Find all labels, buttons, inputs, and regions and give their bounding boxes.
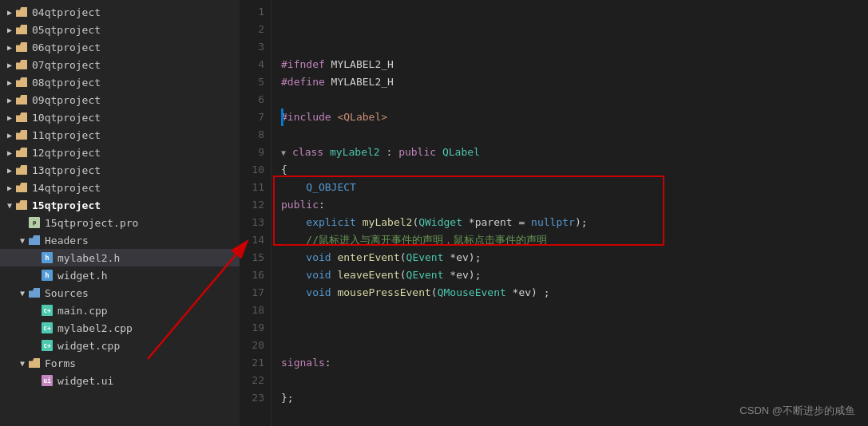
tree-item-10qtproject[interactable]: ▶10qtproject <box>0 108 240 126</box>
token: { <box>281 164 287 176</box>
token: leaveEvent <box>337 269 399 281</box>
tree-item-13qtproject[interactable]: ▶13qtproject <box>0 161 240 179</box>
line-number-6: 6 <box>240 91 264 108</box>
token: void <box>306 251 331 263</box>
token: QMouseEvent <box>438 286 506 298</box>
token: myLabel2 <box>363 216 413 228</box>
token: : <box>325 357 331 369</box>
tree-item-forms[interactable]: ▼Forms <box>0 354 240 372</box>
code-content: #ifndef MYLABEL2_H#define MYLABEL2_H #in… <box>271 0 868 426</box>
code-line-13: void leaveEvent(QEvent *ev); <box>281 266 868 284</box>
token: #define <box>281 76 325 88</box>
tree-item-sources[interactable]: ▼Sources <box>0 284 240 302</box>
tree-item-04qtproject[interactable]: ▶04qtproject <box>0 3 240 21</box>
line-number-5: 5 <box>240 73 264 91</box>
arrow-icon: ▼ <box>16 359 29 368</box>
code-line-1: #ifndef MYLABEL2_H <box>281 56 868 73</box>
arrow-icon: ▼ <box>3 201 16 210</box>
line-number-22: 22 <box>240 372 264 389</box>
arrow-icon: ▼ <box>16 236 29 245</box>
project-icon <box>16 128 29 141</box>
tree-item-14qtproject[interactable]: ▶14qtproject <box>0 179 240 196</box>
file-tree[interactable]: ▶04qtproject▶05qtproject▶06qtproject▶07q… <box>0 0 240 426</box>
line-numbers: 1234567891011121314151617181920212223 <box>240 0 271 426</box>
left-bar-indicator <box>281 108 283 126</box>
code-line-4: #include <QLabel> <box>281 108 868 126</box>
code-line-11: //鼠标进入与离开事件的声明，鼠标点击事件的声明 <box>281 231 868 249</box>
line-number-1: 1 <box>240 3 264 21</box>
line-number-10: 10 <box>240 161 264 179</box>
tree-item-15qtproject-pro[interactable]: p15qtproject.pro <box>0 214 240 231</box>
line-number-19: 19 <box>240 319 264 337</box>
code-line-9: public: <box>281 196 868 214</box>
project-icon <box>16 93 29 106</box>
tree-item-11qtproject[interactable]: ▶11qtproject <box>0 126 240 144</box>
line-number-23: 23 <box>240 389 264 407</box>
token <box>323 146 330 158</box>
pro-file-icon: p <box>29 216 42 229</box>
item-label: 04qtproject <box>32 6 101 18</box>
h-file-icon: h <box>42 251 54 264</box>
folder-icon <box>29 234 42 247</box>
line-number-11: 11 <box>240 179 264 196</box>
code-line-2: #define MYLABEL2_H <box>281 73 868 91</box>
token: signals <box>281 357 325 369</box>
token: myLabel2 <box>330 146 380 158</box>
code-line-6: ▼ class myLabel2 : public QLabel <box>281 144 868 161</box>
line-number-18: 18 <box>240 302 264 319</box>
arrow-icon: ▶ <box>3 113 16 122</box>
tree-item-08qtproject[interactable]: ▶08qtproject <box>0 73 240 91</box>
code-line-8: Q_OBJECT <box>281 179 868 196</box>
item-label: main.cpp <box>57 305 108 317</box>
arrow-icon: ▶ <box>3 96 16 105</box>
code-line-10: explicit myLabel2(QWidget *parent = null… <box>281 214 868 231</box>
project-icon <box>16 164 29 176</box>
item-label: Sources <box>45 287 89 299</box>
tree-item-07qtproject[interactable]: ▶07qtproject <box>0 56 240 73</box>
line-number-17: 17 <box>240 284 264 302</box>
tree-item-09qtproject[interactable]: ▶09qtproject <box>0 91 240 108</box>
tree-item-main-cpp[interactable]: c+main.cpp <box>0 302 240 319</box>
code-line-17 <box>281 337 868 354</box>
tree-item-12qtproject[interactable]: ▶12qtproject <box>0 144 240 161</box>
arrow-icon: ▶ <box>3 61 16 69</box>
line-number-12: 12 <box>240 196 264 214</box>
token <box>356 216 363 228</box>
tree-item-mylabel2-cpp[interactable]: c+mylabel2.cpp <box>0 319 240 337</box>
token: <QLabel> <box>337 111 387 123</box>
line-number-7: 7 <box>240 108 264 126</box>
tree-item-widget-cpp[interactable]: c+widget.cpp <box>0 337 240 354</box>
code-line-5 <box>281 126 868 144</box>
token: public <box>281 199 319 211</box>
project-icon <box>16 181 29 194</box>
ui-file-icon: ui <box>42 374 54 387</box>
fold-icon[interactable]: ▼ <box>281 144 291 162</box>
tree-item-headers[interactable]: ▼Headers <box>0 231 240 249</box>
project-icon <box>16 199 29 211</box>
token: #include <box>281 111 331 123</box>
token: nullptr <box>531 216 575 228</box>
arrow-icon: ▶ <box>3 183 16 192</box>
token: void <box>306 269 331 281</box>
arrow-icon: ▶ <box>3 148 16 157</box>
token: mousePressEvent <box>337 286 430 298</box>
tree-item-15qtproject[interactable]: ▼15qtproject <box>0 196 240 214</box>
item-label: 14qtproject <box>32 182 101 194</box>
tree-item-widget-h[interactable]: hwidget.h <box>0 266 240 284</box>
item-label: 15qtproject <box>32 199 101 211</box>
tree-item-05qtproject[interactable]: ▶05qtproject <box>0 21 240 38</box>
token: Q_OBJECT <box>306 181 356 193</box>
tree-item-widget-ui[interactable]: uiwidget.ui <box>0 372 240 389</box>
token: //鼠标进入与离开事件的声明，鼠标点击事件的声明 <box>281 234 547 246</box>
item-label: Forms <box>45 357 76 369</box>
token: #ifndef <box>281 58 325 70</box>
project-icon <box>16 23 29 36</box>
tree-item-mylabel2-h[interactable]: hmylabel2.h <box>0 249 240 266</box>
token: class <box>292 146 323 158</box>
item-label: 12qtproject <box>32 147 101 159</box>
item-label: widget.ui <box>57 375 113 387</box>
token: : <box>319 199 325 211</box>
arrow-icon: ▶ <box>3 26 16 34</box>
tree-item-06qtproject[interactable]: ▶06qtproject <box>0 38 240 56</box>
folder-icon <box>29 357 42 369</box>
